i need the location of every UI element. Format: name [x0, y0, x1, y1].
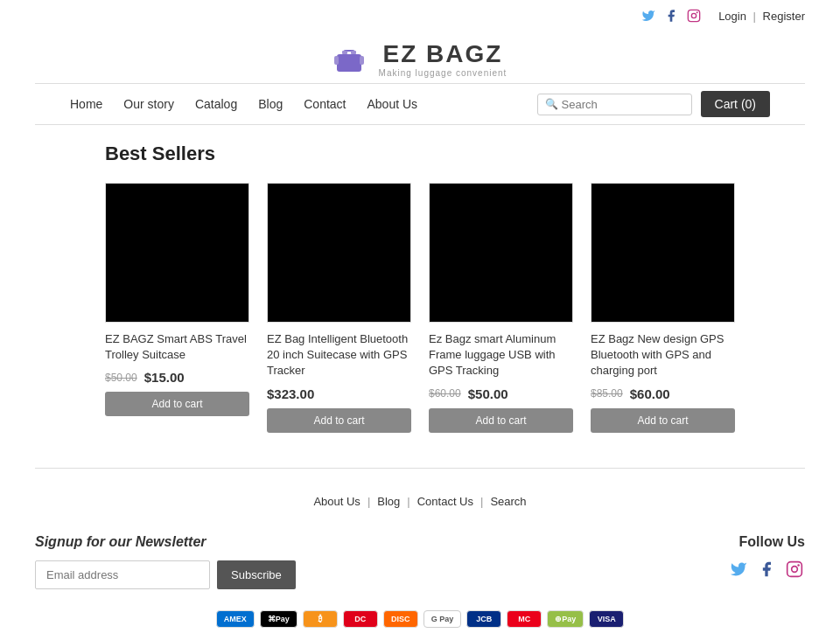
nav-our-story[interactable]: Our story: [123, 97, 174, 111]
product-name-p1: EZ BAGZ Smart ABS Travel Trolley Suitcas…: [105, 331, 249, 363]
svg-rect-8: [360, 56, 364, 65]
nav-contact[interactable]: Contact: [304, 97, 346, 111]
svg-point-1: [691, 13, 696, 17]
brand-tagline: Making luggage convenient: [379, 68, 508, 78]
follow-title: Follow Us: [728, 534, 805, 550]
newsletter-form: Subscribe: [35, 560, 296, 589]
svg-rect-9: [788, 561, 802, 576]
svg-rect-6: [351, 51, 356, 54]
svg-point-10: [792, 566, 798, 572]
price-row-p1: $50.00 $15.00: [105, 370, 249, 385]
add-to-cart-p3[interactable]: Add to cart: [429, 408, 573, 433]
price-row-p2: $323.00: [267, 386, 411, 401]
product-name-p3: Ez Bagz smart Aluminum Frame luggage USB…: [429, 331, 573, 379]
product-image-p1: [105, 183, 249, 323]
footer: About Us | Blog | Contact Us | Search Si…: [0, 469, 840, 640]
product-card-p3: Ez Bagz smart Aluminum Frame luggage USB…: [429, 183, 573, 433]
search-icon: 🔍: [545, 98, 558, 110]
footer-search[interactable]: Search: [490, 495, 526, 508]
product-image-p4: [591, 183, 735, 323]
svg-rect-0: [688, 10, 699, 21]
nav-catalog[interactable]: Catalog: [195, 97, 237, 111]
sale-price-p1: $15.00: [144, 370, 185, 385]
footer-contact-us[interactable]: Contact Us: [417, 495, 473, 508]
top-bar: Login | Register: [0, 0, 840, 31]
sale-price-p4: $60.00: [630, 386, 670, 401]
twitter-icon-footer[interactable]: [728, 559, 749, 580]
nav-links: Home Our story Catalog Blog Contact Abou…: [70, 97, 417, 111]
payment-visa: VISA: [589, 610, 624, 628]
main-content: Best Sellers EZ BAGZ Smart ABS Travel Tr…: [0, 125, 840, 468]
product-name-p4: EZ Bagz New design GPS Bluetooth with GP…: [591, 331, 735, 379]
payment-mastercard: MC: [507, 610, 542, 628]
footer-sep-2: |: [407, 495, 410, 508]
newsletter-title: Signup for our Newsletter: [35, 534, 296, 550]
product-card-p2: EZ Bag Intelligent Bluetooth 20 inch Sui…: [267, 183, 411, 433]
social-icons-top: [640, 7, 703, 24]
nav-home[interactable]: Home: [70, 97, 102, 111]
subscribe-button[interactable]: Subscribe: [217, 560, 296, 589]
nav-right: 🔍 Cart (0): [537, 91, 770, 117]
add-to-cart-p4[interactable]: Add to cart: [591, 408, 735, 433]
nav-about-us[interactable]: About Us: [367, 97, 417, 111]
sale-price-p2: $323.00: [267, 386, 314, 401]
follow-icons: [728, 559, 805, 580]
svg-rect-7: [334, 56, 339, 65]
footer-sep-3: |: [480, 495, 483, 508]
search-box: 🔍: [537, 94, 692, 115]
payment-jcb: JCB: [466, 610, 501, 628]
instagram-icon-footer[interactable]: [784, 559, 805, 580]
register-link[interactable]: Register: [763, 10, 805, 23]
auth-links: Login | Register: [718, 10, 805, 23]
svg-point-2: [696, 11, 698, 13]
auth-separator: |: [753, 10, 756, 23]
payment-applepay: ⌘Pay: [260, 610, 298, 628]
follow-section: Follow Us: [728, 534, 805, 580]
payment-gpay: G Pay: [424, 610, 462, 628]
email-input[interactable]: [35, 560, 210, 589]
product-name-p2: EZ Bag Intelligent Bluetooth 20 inch Sui…: [267, 331, 411, 379]
newsletter-section: Signup for our Newsletter Subscribe: [35, 534, 296, 589]
sale-price-p3: $50.00: [468, 386, 508, 401]
product-card-p1: EZ BAGZ Smart ABS Travel Trolley Suitcas…: [105, 183, 249, 433]
footer-about-us[interactable]: About Us: [313, 495, 360, 508]
payment-shopify: ⊕Pay: [547, 610, 584, 628]
payment-bitcoin: ₿: [303, 610, 338, 628]
add-to-cart-p2[interactable]: Add to cart: [267, 408, 411, 433]
price-row-p4: $85.00 $60.00: [591, 386, 735, 401]
login-link[interactable]: Login: [718, 10, 746, 23]
search-input[interactable]: [562, 98, 684, 111]
footer-blog[interactable]: Blog: [377, 495, 400, 508]
payment-icons: AMEX ⌘Pay ₿ DC DISC G Pay JCB MC ⊕Pay VI…: [35, 610, 805, 628]
footer-bottom: Signup for our Newsletter Subscribe Foll…: [35, 534, 805, 589]
products-grid: EZ BAGZ Smart ABS Travel Trolley Suitcas…: [105, 183, 735, 433]
instagram-icon-top[interactable]: [685, 7, 703, 24]
payment-amex: AMEX: [216, 610, 255, 628]
payment-diners: DC: [343, 610, 378, 628]
facebook-icon-top[interactable]: [662, 7, 680, 24]
original-price-p3: $60.00: [429, 387, 461, 400]
twitter-icon-top[interactable]: [640, 7, 657, 24]
svg-point-11: [797, 564, 800, 567]
nav-blog[interactable]: Blog: [258, 97, 283, 111]
brand-name: EZ BAGZ: [379, 40, 508, 68]
svg-rect-5: [342, 51, 347, 54]
product-image-p2: [267, 183, 411, 323]
logo[interactable]: EZ BAGZ Making luggage convenient: [333, 40, 508, 78]
original-price-p4: $85.00: [591, 387, 623, 400]
footer-sep-1: |: [368, 495, 370, 508]
facebook-icon-footer[interactable]: [756, 559, 777, 580]
logo-area: EZ BAGZ Making luggage convenient: [0, 31, 840, 83]
footer-links: About Us | Blog | Contact Us | Search: [35, 495, 805, 508]
best-sellers-title: Best Sellers: [105, 143, 735, 165]
original-price-p1: $50.00: [105, 372, 137, 384]
logo-bag-icon: [333, 44, 365, 75]
add-to-cart-p1[interactable]: Add to cart: [105, 392, 249, 416]
payment-discover: DISC: [383, 610, 418, 628]
cart-button[interactable]: Cart (0): [701, 91, 770, 117]
product-card-p4: EZ Bagz New design GPS Bluetooth with GP…: [591, 183, 735, 433]
product-image-p3: [429, 183, 573, 323]
price-row-p3: $60.00 $50.00: [429, 386, 573, 401]
main-nav: Home Our story Catalog Blog Contact Abou…: [35, 83, 805, 125]
